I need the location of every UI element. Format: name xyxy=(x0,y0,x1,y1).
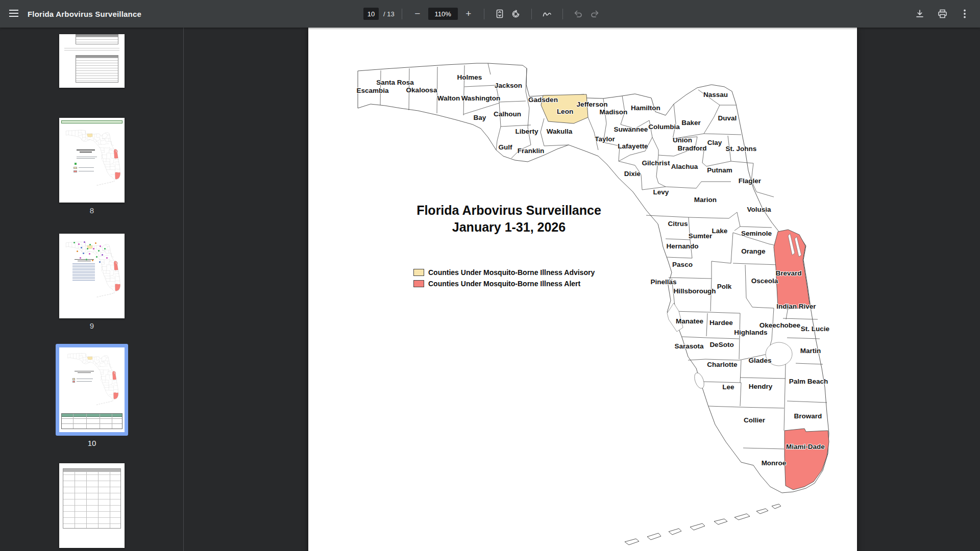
county-label-hendry: Hendry xyxy=(749,383,773,390)
print-icon xyxy=(938,9,947,18)
county-label-gulf: Gulf xyxy=(499,143,512,151)
thumb9-title-smudge xyxy=(75,259,94,260)
undo-button[interactable] xyxy=(570,6,586,22)
thumbnail-label-10[interactable]: 10 xyxy=(0,439,184,447)
county-label-clay: Clay xyxy=(707,139,722,146)
charlotte-harbor xyxy=(693,371,706,390)
more-icon xyxy=(964,9,966,18)
more-options-button[interactable] xyxy=(957,6,973,22)
county-label-bay: Bay xyxy=(474,114,486,121)
thumb8-legend-green xyxy=(75,163,77,165)
county-label-sumter: Sumter xyxy=(689,232,713,240)
florida-keys xyxy=(625,504,781,545)
fit-page-icon xyxy=(495,9,504,18)
florida-shape xyxy=(358,63,829,545)
thumb10-summary-table xyxy=(61,413,122,429)
annotate-icon xyxy=(542,10,552,18)
map-title-line1: Florida Arbovirus Surveillance xyxy=(374,202,644,219)
county-label-flagler: Flagler xyxy=(739,177,762,185)
thumbnail-page-8[interactable] xyxy=(59,118,125,203)
menu-icon xyxy=(9,10,18,18)
thumbnail-page-9[interactable] xyxy=(59,234,125,318)
pdf-page: EscambiaSanta RosaOkaloosaWaltonHolmesWa… xyxy=(308,28,857,551)
thumb8-text-smudge xyxy=(77,157,97,157)
county-label-hamilton: Hamilton xyxy=(631,104,660,112)
county-label-st-johns: St. Johns xyxy=(726,145,757,153)
thumb8-title-smudge xyxy=(77,149,95,151)
legend-row-advisory: Counties Under Mosquito-Borne Illness Ad… xyxy=(413,267,595,278)
thumbnail-label-8[interactable]: 8 xyxy=(0,206,184,215)
alert-label: Counties Under Mosquito-Borne Illness Al… xyxy=(428,280,580,288)
county-label-nassau: Nassau xyxy=(703,91,728,98)
county-label-st-lucie: St. Lucie xyxy=(801,325,830,333)
zoom-in-button[interactable]: + xyxy=(460,6,477,22)
thumb10-text-smudge xyxy=(77,381,92,382)
county-label-bradford: Bradford xyxy=(678,144,707,152)
thumb9-legend-smudge xyxy=(72,263,95,281)
map-title: Florida Arbovirus Surveillance January 1… xyxy=(374,202,644,236)
pdf-toolbar: Florida Arbovirus Surveillance / 13 − + xyxy=(0,0,980,28)
florida-map: EscambiaSanta RosaOkaloosaWaltonHolmesWa… xyxy=(308,28,857,551)
thumb8-banner xyxy=(61,120,122,123)
county-label-marion: Marion xyxy=(694,196,717,204)
download-button[interactable] xyxy=(912,6,928,22)
county-label-taylor: Taylor xyxy=(595,135,615,143)
county-label-gilchrist: Gilchrist xyxy=(642,159,670,167)
county-label-columbia: Columbia xyxy=(648,123,680,131)
county-label-suwannee: Suwannee xyxy=(614,126,648,133)
county-label-calhoun: Calhoun xyxy=(494,110,521,118)
county-label-jackson: Jackson xyxy=(495,82,522,89)
county-label-polk: Polk xyxy=(717,283,732,290)
county-label-dixie: Dixie xyxy=(624,170,641,178)
toolbar-center: / 13 − + xyxy=(363,0,603,28)
county-label-liberty: Liberty xyxy=(515,128,538,135)
thumbnail-sidebar: 7 8 9 xyxy=(0,28,184,551)
county-label-palm-beach: Palm Beach xyxy=(789,378,828,385)
zoom-in-icon: + xyxy=(465,8,471,19)
print-button[interactable] xyxy=(934,6,950,22)
county-label-madison: Madison xyxy=(600,108,628,116)
thumbnail-page-11[interactable] xyxy=(59,463,125,548)
county-label-wakulla: Wakulla xyxy=(547,128,573,135)
viewer-body: 7 8 9 xyxy=(0,28,980,551)
county-label-citrus: Citrus xyxy=(668,220,688,228)
county-label-osceola: Osceola xyxy=(751,277,778,285)
undo-icon xyxy=(574,10,583,17)
thumbnail-page-7[interactable] xyxy=(59,34,125,88)
thumb8-legend-advisory xyxy=(74,167,77,169)
county-label-okaloosa: Okaloosa xyxy=(406,86,437,94)
county-label-hillsborough: Hillsborough xyxy=(673,287,716,295)
county-borders xyxy=(380,63,827,449)
fit-page-button[interactable] xyxy=(492,6,508,22)
county-label-manatee: Manatee xyxy=(676,317,704,325)
zoom-out-icon: − xyxy=(414,8,420,19)
annotate-button[interactable] xyxy=(539,6,555,22)
thumb7-paragraph xyxy=(64,48,119,52)
county-label-leon: Leon xyxy=(557,108,573,115)
thumb9-case-dots xyxy=(74,242,75,243)
toolbar-right xyxy=(912,0,973,28)
redo-button[interactable] xyxy=(586,6,603,22)
county-label-seminole: Seminole xyxy=(741,230,772,237)
document-title: Florida Arbovirus Surveillance xyxy=(28,10,141,18)
county-label-indian-river: Indian River xyxy=(776,303,816,310)
county-label-holmes: Holmes xyxy=(457,73,482,81)
thumbnail-label-9[interactable]: 9 xyxy=(0,321,184,330)
zoom-out-button[interactable]: − xyxy=(409,6,426,22)
county-label-jefferson: Jefferson xyxy=(577,101,608,108)
county-label-lee: Lee xyxy=(722,383,734,391)
rotate-button[interactable] xyxy=(508,6,524,22)
map-title-line2: January 1-31, 2026 xyxy=(374,219,644,236)
zoom-level-input[interactable] xyxy=(428,8,458,20)
page-count-label: / 13 xyxy=(383,10,395,18)
menu-button[interactable] xyxy=(0,0,28,28)
county-label-sarasota: Sarasota xyxy=(674,342,704,350)
toolbar-divider xyxy=(484,9,484,19)
county-label-union: Union xyxy=(673,136,692,144)
county-label-volusia: Volusia xyxy=(747,206,771,213)
county-label-duval: Duval xyxy=(718,114,737,122)
thumbnail-page-10-selected[interactable] xyxy=(56,344,128,436)
page-number-input[interactable] xyxy=(363,8,379,20)
thumb9-title-smudge xyxy=(78,261,91,261)
download-icon xyxy=(915,9,924,18)
